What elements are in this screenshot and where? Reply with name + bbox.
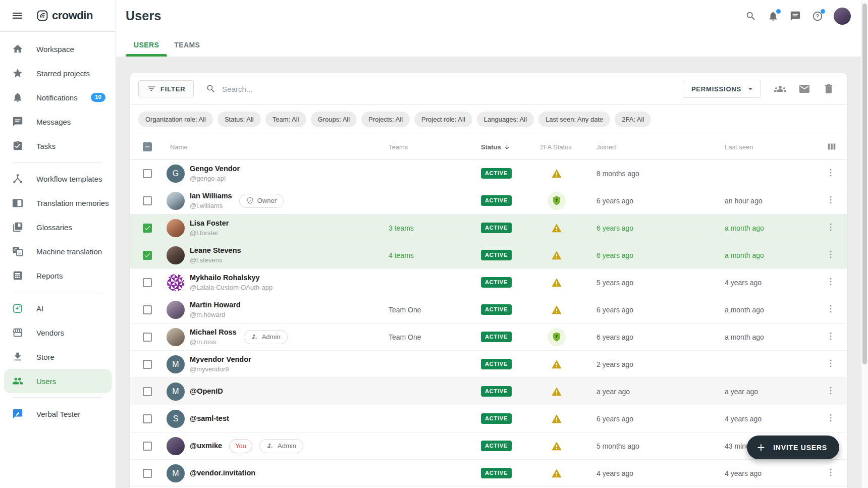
table-row-saml-test[interactable]: S@saml-testACTIVE6 years ago4 years ago — [130, 405, 847, 432]
column-header-joined[interactable]: Joined — [589, 143, 714, 151]
sidebar-item-users[interactable]: Users — [4, 369, 112, 393]
table-row-l-forster[interactable]: Lisa Foster@l.forster3 teamsACTIVE6 year… — [130, 214, 847, 242]
sidebar-item-messages[interactable]: Messages — [4, 110, 112, 134]
filter-chip-projects[interactable]: Projects: All — [361, 112, 410, 127]
row-checkbox[interactable] — [143, 196, 152, 205]
row-checkbox[interactable] — [143, 251, 152, 260]
filter-chip-status[interactable]: Status: All — [218, 112, 261, 127]
table-row-openid[interactable]: M@OpenIDACTIVEa year agoa year ago — [130, 378, 847, 405]
menu-icon[interactable] — [11, 10, 23, 22]
row-checkbox[interactable] — [143, 333, 152, 342]
search-input[interactable] — [222, 85, 683, 93]
sidebar-item-starred-projects[interactable]: Starred projects — [4, 61, 112, 85]
filter-chip-2fa[interactable]: 2FA: All — [615, 112, 651, 127]
sidebar-item-ai[interactable]: AI — [4, 296, 112, 320]
help-icon[interactable]: ? — [811, 10, 824, 22]
filter-chip-organization-role[interactable]: Organization role: All — [138, 112, 213, 127]
row-menu-kebab-icon[interactable] — [826, 467, 838, 479]
row-menu-kebab-icon[interactable] — [826, 358, 838, 370]
row-checkbox[interactable] — [143, 224, 152, 233]
teams-cell[interactable]: 4 teams — [385, 251, 476, 259]
row-checkbox[interactable] — [143, 360, 152, 369]
row-menu-kebab-icon[interactable] — [826, 413, 838, 425]
table-row-m-ross[interactable]: Michael Ross@m.rossAdminTeam OneACTIVE6 … — [130, 323, 847, 351]
select-all-checkbox[interactable] — [143, 142, 152, 151]
row-checkbox[interactable] — [143, 278, 152, 287]
sidebar-item-vendors[interactable]: Vendors — [4, 320, 112, 345]
row-checkbox[interactable] — [143, 387, 152, 396]
messages-icon[interactable] — [789, 10, 801, 22]
sidebar-item-workflow-templates[interactable]: Workflow templates — [4, 167, 112, 191]
tab-users[interactable]: USERS — [134, 41, 159, 57]
row-checkbox[interactable] — [143, 305, 152, 314]
user-display-name[interactable]: Lisa Foster — [190, 219, 229, 228]
teams-cell[interactable]: Team One — [385, 333, 476, 341]
user-display-name[interactable]: Leane Stevens — [190, 246, 241, 255]
teams-cell[interactable]: 3 teams — [385, 224, 476, 232]
filter-chip-team[interactable]: Team: All — [265, 112, 306, 127]
sidebar-item-notifications[interactable]: Notifications10 — [4, 85, 112, 110]
sidebar-item-translation-memories[interactable]: Translation memories — [4, 191, 112, 215]
tab-teams[interactable]: TEAMS — [174, 41, 200, 57]
permissions-dropdown-button[interactable]: PERMISSIONS — [683, 80, 761, 98]
table-row-m-howard[interactable]: Martin Howard@m.howardTeam OneACTIVE6 ye… — [130, 296, 847, 323]
filter-chip-last-seen[interactable]: Last seen: Any date — [538, 112, 610, 127]
row-menu-kebab-icon[interactable] — [826, 331, 838, 343]
column-settings[interactable] — [821, 141, 843, 152]
table-row-gengo-api[interactable]: GGengo Vendor@gengo-apiACTIVE8 months ag… — [130, 160, 847, 187]
user-display-name[interactable]: @OpenID — [190, 387, 223, 396]
sidebar-item-tasks[interactable]: Tasks — [4, 134, 112, 158]
user-avatar[interactable] — [834, 8, 851, 25]
notifications-icon[interactable] — [767, 10, 779, 22]
sidebar-item-store[interactable]: Store — [4, 345, 112, 369]
column-header-name[interactable]: Name — [158, 143, 385, 151]
table-row-i-williams[interactable]: Ian Williams@i.williamsOwnerACTIVE6 year… — [130, 187, 847, 214]
sidebar-item-machine-translation[interactable]: GaMachine translation — [4, 239, 112, 263]
email-action-icon[interactable] — [798, 83, 810, 95]
sidebar-item-verbal-tester[interactable]: Verbal Tester — [4, 402, 112, 426]
filter-chip-groups[interactable]: Groups: All — [311, 112, 357, 127]
column-header-last-seen[interactable]: Last seen — [714, 143, 821, 151]
row-menu-kebab-icon[interactable] — [826, 168, 838, 180]
row-checkbox[interactable] — [143, 169, 152, 178]
sidebar-item-workspace[interactable]: Workspace — [4, 37, 112, 61]
table-row-lalala-custom-oauth-app[interactable]: Mykhailo Rohalskyy@Lalala-Custom-OAuth-a… — [130, 269, 847, 296]
user-display-name[interactable]: Ian Williams — [190, 192, 232, 200]
row-checkbox[interactable] — [143, 414, 152, 423]
column-header-teams[interactable]: Teams — [385, 143, 476, 151]
table-row-vendor-invitation[interactable]: M@vendor.invitationACTIVE4 years ago4 ye… — [130, 460, 847, 487]
sidebar-item-reports[interactable]: Reports — [4, 263, 112, 288]
user-display-name[interactable]: Martin Howard — [190, 301, 241, 309]
row-menu-kebab-icon[interactable] — [826, 195, 838, 207]
teams-cell[interactable]: Team One — [385, 306, 476, 314]
column-header-status[interactable]: Status — [476, 143, 537, 151]
invite-users-button[interactable]: INVITE USERS — [747, 436, 839, 459]
scrollbar-thumb[interactable] — [862, 4, 867, 364]
delete-action-icon[interactable] — [823, 83, 835, 95]
user-display-name[interactable]: @vendor.invitation — [190, 469, 255, 477]
row-checkbox[interactable] — [143, 442, 152, 451]
hamburger-menu-icon[interactable] — [11, 10, 23, 22]
user-display-name[interactable]: @uxmike — [190, 442, 222, 450]
user-display-name[interactable]: Myvendor Vendor — [190, 355, 251, 364]
column-header-2fa-status[interactable]: 2FA Status — [537, 143, 589, 151]
page-scrollbar[interactable] — [861, 0, 868, 488]
filter-chip-project-role[interactable]: Project role: All — [414, 112, 472, 127]
row-menu-kebab-icon[interactable] — [826, 386, 838, 398]
table-row-myvendor9[interactable]: MMyvendor Vendor@myvendor9ACTIVE2 years … — [130, 351, 847, 378]
user-display-name[interactable]: @saml-test — [190, 414, 229, 423]
row-menu-kebab-icon[interactable] — [826, 277, 838, 289]
table-row-l-stevens[interactable]: Leane Stevens@l.stevens4 teamsACTIVE6 ye… — [130, 242, 847, 269]
user-display-name[interactable]: Mykhailo Rohalskyy — [190, 274, 273, 282]
table-row-uxmike[interactable]: @uxmikeYouAdminACTIVE5 months ago43 minu… — [130, 432, 847, 460]
user-display-name[interactable]: Michael Ross — [190, 328, 237, 337]
row-checkbox[interactable] — [143, 469, 152, 478]
row-menu-kebab-icon[interactable] — [826, 222, 838, 234]
sidebar-item-glossaries[interactable]: Glossaries — [4, 215, 112, 239]
user-display-name[interactable]: Gengo Vendor — [190, 165, 240, 173]
crowdin-logo[interactable]: crowdin — [36, 9, 93, 22]
teams-action-icon[interactable] — [774, 83, 786, 95]
search-icon[interactable] — [745, 10, 757, 22]
filter-chip-languages[interactable]: Languages: All — [477, 112, 534, 127]
row-menu-kebab-icon[interactable] — [826, 304, 838, 316]
